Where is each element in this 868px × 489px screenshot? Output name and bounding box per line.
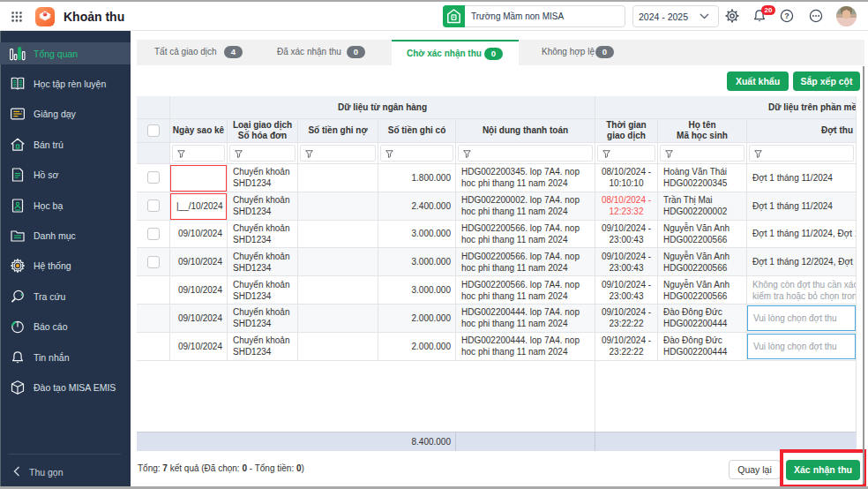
svg-text:?: ?: [784, 11, 789, 20]
